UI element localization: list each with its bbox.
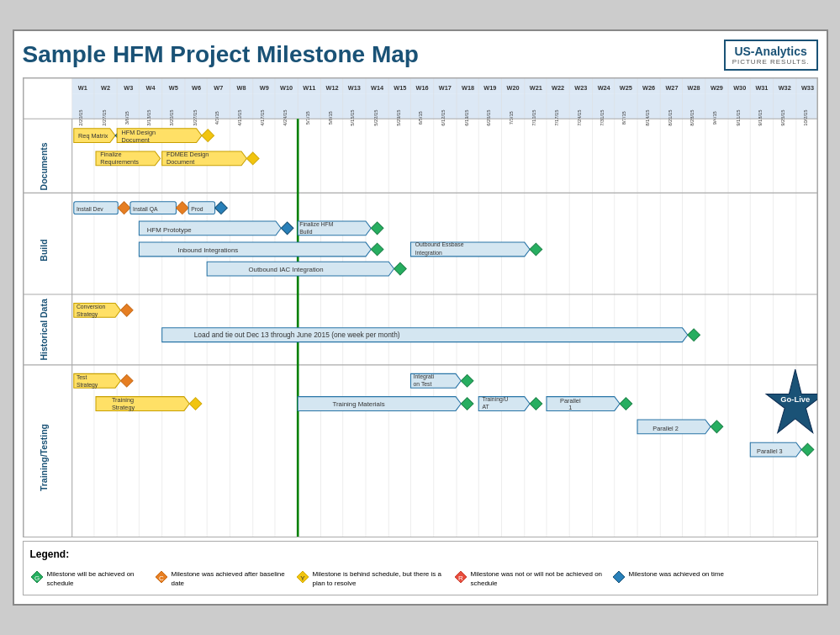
svg-text:W3: W3 [124, 84, 133, 92]
svg-text:W24: W24 [597, 84, 610, 92]
svg-text:7/3/15: 7/3/15 [509, 111, 514, 124]
svg-text:6/19/15: 6/19/15 [463, 109, 468, 125]
svg-marker-119 [613, 571, 625, 583]
svg-text:W14: W14 [371, 84, 384, 92]
legend-title: Legend: [30, 548, 811, 560]
svg-text:5/29/15: 5/29/15 [395, 109, 400, 125]
svg-text:W30: W30 [733, 84, 746, 92]
svg-text:W7: W7 [214, 84, 223, 92]
svg-text:W28: W28 [687, 84, 700, 92]
go-live-label: Go-Live [780, 394, 810, 404]
svg-text:W32: W32 [778, 84, 790, 92]
milestone-orange-4 [120, 304, 133, 316]
grid-lines [71, 78, 816, 537]
section-label-training: Training/Testing [40, 424, 49, 491]
gantt-chart: W1 W2 W3 W4 W5 W6 W7 W8 W9 W10 W11 W12 W… [23, 77, 818, 537]
svg-text:W2: W2 [101, 84, 110, 92]
milestone-green-8 [530, 398, 542, 410]
inbound-int-label: Inbound Integrations [177, 246, 238, 254]
legend-orange-text: Milestone was achieved after baseline da… [172, 570, 289, 588]
legend: Legend: G Milestone will be achieved on … [23, 541, 818, 595]
training-uat-label2: AT [482, 404, 489, 410]
outbound-essbase-label: Outbound Essbase [415, 241, 463, 247]
install-dev-label: Install Dev [76, 206, 103, 212]
training-materials-label: Training Materials [332, 400, 384, 408]
svg-text:2/20/15: 2/20/15 [78, 109, 83, 125]
svg-text:W25: W25 [619, 84, 631, 92]
svg-text:C: C [159, 574, 164, 582]
svg-text:W22: W22 [552, 84, 564, 92]
milestone-yellow-3 [189, 398, 202, 410]
legend-item-green: G Milestone will be achieved on schedule [30, 570, 148, 588]
fdmee-label2: Document [166, 158, 193, 166]
svg-text:4/17/15: 4/17/15 [260, 109, 265, 125]
page: Sample HFM Project Milestone Map US-Anal… [13, 29, 828, 606]
svg-text:W23: W23 [574, 84, 587, 92]
finalize-hfm-label: Finalize HFM [299, 221, 333, 227]
svg-text:W29: W29 [710, 84, 722, 92]
svg-text:6/12/15: 6/12/15 [441, 109, 446, 125]
parallel1-label2: 1 [568, 404, 572, 411]
svg-text:6/5/15: 6/5/15 [418, 111, 423, 124]
svg-text:W33: W33 [800, 84, 813, 92]
svg-text:7/10/15: 7/10/15 [531, 109, 536, 125]
conversion-strategy-label2: Strategy [76, 311, 98, 318]
legend-item-orange: C Milestone was achieved after baseline … [155, 570, 289, 588]
svg-text:8/7/15: 8/7/15 [621, 111, 626, 124]
svg-text:W27: W27 [665, 84, 678, 92]
legend-item-yellow: Y Milestone is behind schedule, but ther… [296, 570, 447, 588]
legend-yellow-text: Milestone is behind schedule, but there … [313, 570, 447, 588]
svg-text:W21: W21 [529, 84, 542, 92]
legend-red-text: Milestone was not or will not be achieve… [471, 570, 605, 588]
hfm-prototype-label: HFM Prototype [146, 225, 191, 233]
section-label-documents: Documents [40, 142, 49, 190]
milestone-green-3 [530, 243, 542, 256]
training-strategy-bar [96, 397, 189, 411]
milestone-green-9 [620, 398, 632, 410]
svg-text:3/27/15: 3/27/15 [192, 109, 197, 125]
svg-text:W17: W17 [438, 84, 451, 92]
conversion-strategy-label1: Conversion [76, 304, 105, 310]
legend-red-icon: R [454, 570, 468, 584]
milestone-orange-3 [176, 202, 188, 214]
svg-text:9/4/15: 9/4/15 [712, 111, 717, 124]
milestone-green-6 [461, 374, 473, 387]
finalize-hfm-label2: Build [299, 228, 312, 234]
svg-text:W6: W6 [192, 84, 201, 92]
section-label-historical: Historical Data [40, 299, 49, 360]
svg-text:W8: W8 [236, 84, 246, 92]
svg-text:4/10/15: 4/10/15 [237, 109, 242, 125]
svg-text:W19: W19 [483, 84, 496, 92]
test-strategy-label2: Strategy [76, 382, 98, 389]
test-strategy-label1: Test [76, 374, 87, 380]
milestone-green-4 [394, 262, 406, 275]
legend-blue-text: Milestone was achieved on time [629, 570, 724, 579]
svg-text:4/3/15: 4/3/15 [214, 111, 219, 124]
svg-text:Y: Y [300, 574, 305, 582]
logo: US-Analytics PICTURE RESULTS. [724, 40, 818, 71]
svg-text:2/27/15: 2/27/15 [101, 109, 106, 125]
parallel3-label: Parallel 3 [757, 447, 783, 455]
section-label-build: Build [40, 239, 49, 261]
svg-text:3/6/15: 3/6/15 [124, 111, 129, 124]
parallel1-bar [546, 397, 619, 411]
svg-text:6/26/15: 6/26/15 [485, 109, 490, 125]
training-uat-label1: Training/U [482, 396, 508, 403]
gantt-svg: W1 W2 W3 W4 W5 W6 W7 W8 W9 W10 W11 W12 W… [24, 78, 817, 537]
legend-orange-icon: C [155, 570, 168, 584]
svg-text:8/28/15: 8/28/15 [689, 109, 695, 125]
milestone-green-5 [687, 329, 700, 341]
svg-text:W10: W10 [280, 84, 293, 92]
svg-text:5/22/15: 5/22/15 [372, 109, 378, 125]
logo-sub: PICTURE RESULTS. [732, 58, 810, 66]
finalize-req-label2: Requirements [100, 158, 139, 166]
svg-text:7/31/15: 7/31/15 [600, 109, 605, 125]
svg-text:W16: W16 [415, 84, 428, 92]
milestone-green-7 [461, 398, 473, 410]
milestone-orange-2 [118, 202, 130, 214]
svg-text:W18: W18 [462, 84, 474, 92]
svg-text:3/20/15: 3/20/15 [169, 109, 174, 125]
inbound-int-bar [139, 242, 371, 257]
outbound-essbase-label2: Integration [415, 250, 441, 257]
svg-text:8/21/15: 8/21/15 [667, 109, 672, 125]
